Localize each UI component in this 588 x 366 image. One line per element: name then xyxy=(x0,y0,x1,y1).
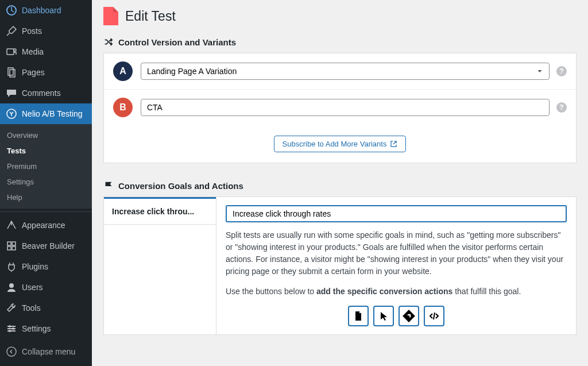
svg-point-10 xyxy=(9,283,14,288)
svg-rect-7 xyxy=(12,242,16,245)
plugins-icon xyxy=(6,261,17,272)
svg-rect-6 xyxy=(7,242,11,245)
goal-description-2: Use the buttons below to add the specifi… xyxy=(226,286,567,298)
sidebar-item-beaver[interactable]: Beaver Builder xyxy=(0,236,92,256)
goals-content: Split tests are usually run with some sp… xyxy=(216,197,576,334)
main-content: Edit Test Control Version and Variants A… xyxy=(92,0,588,366)
pages-icon xyxy=(6,67,17,78)
pin-icon xyxy=(6,25,17,37)
media-icon xyxy=(6,46,17,57)
sidebar-item-posts[interactable]: Posts xyxy=(0,21,92,41)
appearance-icon xyxy=(6,219,17,231)
users-icon xyxy=(6,282,17,293)
conversion-action-buttons xyxy=(226,306,567,326)
sidebar-label: Posts xyxy=(22,26,87,36)
action-click-button[interactable] xyxy=(373,306,394,326)
sidebar-label: Media xyxy=(22,47,87,56)
sidebar-item-nelio[interactable]: Nelio A/B Testing xyxy=(0,103,92,124)
sidebar-item-users[interactable]: Users xyxy=(0,277,92,298)
goal-tab[interactable]: Increase click throu... xyxy=(104,197,216,225)
submenu-tests[interactable]: Tests xyxy=(0,143,92,159)
svg-point-17 xyxy=(7,347,16,356)
control-select[interactable]: Landing Page A Variation xyxy=(141,63,550,80)
goal-name-input[interactable] xyxy=(226,205,567,222)
nelio-icon xyxy=(6,108,17,120)
collapse-menu-button[interactable]: Collapse menu xyxy=(0,341,92,362)
submenu-settings[interactable]: Settings xyxy=(0,174,92,190)
variant-b-row: B ? xyxy=(104,89,576,125)
svg-point-16 xyxy=(9,330,11,332)
sidebar-item-tools[interactable]: Tools xyxy=(0,298,92,318)
submenu-overview[interactable]: Overview xyxy=(0,128,92,143)
control-row: A Landing Page A Variation ? xyxy=(104,53,576,89)
sidebar-item-media[interactable]: Media xyxy=(0,41,92,62)
sidebar-item-dashboard[interactable]: Dashboard xyxy=(0,0,92,21)
sidebar-label: Appearance xyxy=(22,221,87,230)
sidebar-label: Users xyxy=(22,283,87,292)
goals-section-title: Conversion Goals and Actions xyxy=(118,181,243,191)
goals-panel: Increase click throu... Split tests are … xyxy=(103,197,577,335)
action-custom-button[interactable] xyxy=(424,306,444,326)
help-icon[interactable]: ? xyxy=(556,102,567,113)
help-icon[interactable]: ? xyxy=(556,66,567,76)
diamond-icon xyxy=(403,310,415,322)
variants-panel-footer: Subscribe to Add More Variants xyxy=(104,125,576,163)
sidebar-submenu: Overview Tests Premium Settings Help xyxy=(0,124,92,209)
goals-tabs: Increase click throu... xyxy=(104,197,216,334)
svg-rect-18 xyxy=(403,310,415,322)
dashboard-icon xyxy=(6,5,17,16)
page-title-row: Edit Test xyxy=(103,0,577,31)
sidebar-label: Pages xyxy=(22,68,87,77)
goal-description-1: Split tests are usually run with some sp… xyxy=(226,229,567,278)
settings-icon xyxy=(6,323,17,334)
collapse-icon xyxy=(6,346,17,357)
sidebar-item-appearance[interactable]: Appearance xyxy=(0,215,92,236)
submenu-help[interactable]: Help xyxy=(0,190,92,205)
cursor-icon xyxy=(378,310,389,322)
sidebar-label: Beaver Builder xyxy=(22,241,87,251)
collapse-label: Collapse menu xyxy=(22,347,75,356)
admin-sidebar: Dashboard Posts Media Pages Comments Nel… xyxy=(0,0,92,366)
sidebar-item-plugins[interactable]: Plugins xyxy=(0,256,92,277)
action-page-visit-button[interactable] xyxy=(348,306,369,326)
sidebar-label: Nelio A/B Testing xyxy=(22,109,87,118)
svg-point-15 xyxy=(12,328,14,330)
external-link-icon xyxy=(390,140,397,148)
variants-panel: A Landing Page A Variation ? B ? Subscri… xyxy=(103,53,577,163)
svg-rect-4 xyxy=(10,70,15,77)
variant-b-input-wrap xyxy=(141,99,550,116)
submenu-premium[interactable]: Premium xyxy=(0,159,92,174)
goals-section-header: Conversion Goals and Actions xyxy=(103,175,577,197)
variants-section-title: Control Version and Variants xyxy=(118,37,236,47)
page-file-icon xyxy=(103,7,118,25)
sidebar-label: Plugins xyxy=(22,262,87,271)
sidebar-item-pages[interactable]: Pages xyxy=(0,62,92,83)
svg-rect-9 xyxy=(12,246,16,250)
sidebar-item-settings[interactable]: Settings xyxy=(0,318,92,339)
sidebar-label: Tools xyxy=(22,303,87,313)
variant-b-badge: B xyxy=(113,98,133,117)
tools-icon xyxy=(6,302,17,314)
sidebar-label: Comments xyxy=(22,88,87,98)
svg-rect-8 xyxy=(7,246,11,250)
sidebar-label: Dashboard xyxy=(22,6,87,15)
flag-icon xyxy=(103,180,114,191)
code-icon xyxy=(428,310,440,322)
grid-icon xyxy=(6,240,17,252)
svg-point-2 xyxy=(14,49,16,51)
comments-icon xyxy=(6,87,17,99)
subscribe-button[interactable]: Subscribe to Add More Variants xyxy=(274,136,407,152)
svg-rect-1 xyxy=(7,49,14,55)
variants-section-header: Control Version and Variants xyxy=(103,31,577,53)
sidebar-divider xyxy=(0,211,92,212)
control-select-wrap: Landing Page A Variation xyxy=(141,63,550,80)
sidebar-label: Settings xyxy=(22,324,87,333)
shuffle-icon xyxy=(103,37,114,47)
variant-b-input[interactable] xyxy=(141,99,550,116)
control-badge: A xyxy=(113,61,133,81)
page-title: Edit Test xyxy=(125,9,176,24)
svg-rect-3 xyxy=(8,68,13,75)
action-external-button[interactable] xyxy=(399,306,419,326)
sidebar-item-comments[interactable]: Comments xyxy=(0,83,92,103)
page-icon xyxy=(353,310,364,322)
